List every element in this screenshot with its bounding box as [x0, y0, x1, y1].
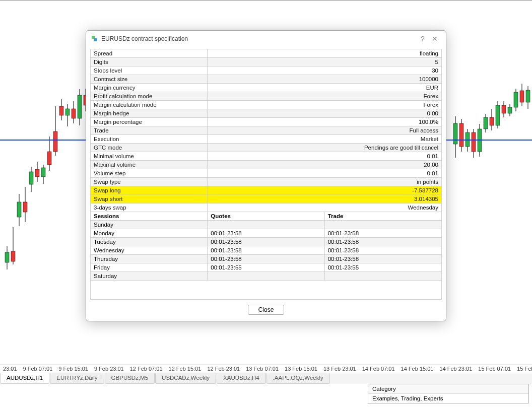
spec-label: Margin hedge [91, 109, 208, 118]
sessions-table: SessionsQuotesTradeSundayMonday00:01-23:… [90, 212, 442, 300]
spec-label: Contract size [91, 75, 208, 84]
navigator-panel[interactable]: Category Examples, Trading, Experts [368, 384, 529, 403]
spec-value: 5 [208, 58, 442, 66]
svg-rect-55 [94, 38, 97, 41]
svg-rect-51 [520, 91, 524, 102]
sessions-header-cell: Quotes [208, 212, 324, 221]
session-quotes: 00:01-23:58 [208, 246, 324, 255]
spec-value: Forex [208, 92, 442, 101]
spec-value: Pendings are good till cancel [208, 144, 442, 152]
session-day: Thursday [91, 255, 208, 263]
svg-rect-11 [35, 169, 39, 177]
spec-value: Full access [208, 126, 442, 135]
contract-specification-dialog: EURUSDz contract specification ? ✕ Sprea… [86, 30, 446, 321]
session-trade [324, 221, 441, 229]
spec-label: Maximal volume [91, 161, 208, 169]
svg-rect-15 [47, 152, 51, 165]
session-trade: 00:01-23:58 [324, 255, 441, 263]
spec-value: in points [208, 178, 442, 186]
session-day: Monday [91, 229, 208, 238]
spec-label: Minimal volume [91, 152, 208, 161]
chart-tab[interactable]: AUDUSDz,H1 [0, 373, 49, 384]
time-tick: 13 Feb 07:01 [243, 365, 282, 372]
spec-label: Digits [91, 58, 208, 66]
spec-value: -7.587728 [208, 186, 442, 195]
session-day: Wednesday [91, 246, 208, 255]
help-button[interactable]: ? [417, 35, 429, 43]
session-trade: 00:01-23:58 [324, 246, 441, 255]
svg-rect-7 [23, 202, 27, 212]
time-tick: 15 Feb 07:01 [475, 365, 514, 372]
close-button[interactable]: Close [248, 305, 285, 315]
time-tick: 14 Feb 15:01 [398, 365, 437, 372]
spec-value: 0.00 [208, 109, 442, 118]
spec-value: Wednesday [208, 203, 442, 212]
svg-rect-9 [29, 172, 33, 184]
chart-tab[interactable]: .AAPL.OQz,Weekly [267, 373, 330, 384]
session-day: Friday [91, 263, 208, 272]
svg-rect-3 [11, 251, 15, 261]
session-trade: 00:01-23:58 [324, 229, 441, 238]
time-tick: 13 Feb 15:01 [282, 365, 320, 372]
chart-tab[interactable]: EURTRYz,Daily [50, 373, 104, 384]
chart-tab[interactable]: GBPUSDz,M5 [105, 373, 155, 384]
spec-label: Stops level [91, 66, 208, 75]
spec-value: 0.01 [208, 169, 442, 178]
spec-value: EUR [208, 84, 442, 92]
svg-rect-43 [496, 105, 500, 125]
svg-rect-17 [53, 131, 57, 152]
spec-label: Margin currency [91, 84, 208, 92]
time-tick: 13 Feb 23:01 [320, 365, 359, 372]
time-tick: 14 Feb 23:01 [436, 365, 475, 372]
sessions-header-cell: Trade [324, 212, 441, 221]
spec-value: 100000 [208, 75, 442, 84]
spec-label: GTC mode [91, 144, 208, 152]
time-tick: 12 Feb 15:01 [166, 365, 205, 372]
spec-value: 30 [208, 66, 442, 75]
chart-tab[interactable]: XAUUSDz,H4 [217, 373, 266, 384]
spec-value: Market [208, 135, 442, 144]
spec-label: Margin percentage [91, 118, 208, 126]
session-day: Tuesday [91, 238, 208, 246]
time-tick: 12 Feb 07:01 [127, 365, 166, 372]
time-tick: 9 Feb 15:01 [55, 365, 91, 372]
spec-value: floating [208, 49, 442, 58]
time-tick: 14 Feb 07:01 [359, 365, 398, 372]
spec-value: 3.014305 [208, 195, 442, 203]
close-icon[interactable]: ✕ [429, 35, 441, 43]
spec-value: 0.01 [208, 152, 442, 161]
spec-label: Trade [91, 126, 208, 135]
sessions-header-cell: Sessions [91, 212, 208, 221]
svg-rect-31 [459, 123, 463, 147]
time-tick: 9 Feb 07:01 [20, 365, 56, 372]
spec-value: 100.0% [208, 118, 442, 126]
session-quotes: 00:01-23:58 [208, 238, 324, 246]
spec-label: Volume step [91, 169, 208, 178]
time-tick: 23:01 [0, 365, 20, 372]
svg-rect-19 [59, 106, 63, 115]
svg-rect-1 [5, 252, 9, 262]
svg-rect-41 [490, 117, 494, 125]
time-tick: 9 Feb 23:01 [91, 365, 127, 372]
svg-rect-5 [17, 202, 21, 217]
specification-table: SpreadfloatingDigits5Stops level30Contra… [90, 49, 442, 212]
spec-label: 3-days swap [91, 203, 208, 212]
svg-rect-13 [41, 168, 45, 177]
time-tick: 15 Feb 15:01 [514, 365, 532, 372]
app-icon [91, 35, 98, 42]
svg-rect-23 [72, 109, 76, 118]
svg-rect-25 [78, 95, 82, 118]
spec-label: Margin calculation mode [91, 101, 208, 109]
spec-label: Profit calculation mode [91, 92, 208, 101]
svg-rect-45 [502, 105, 506, 113]
spec-value: Forex [208, 101, 442, 109]
session-trade: 00:01-23:55 [324, 263, 441, 272]
svg-rect-39 [484, 117, 488, 129]
spec-label: Spread [91, 49, 208, 58]
navigator-item[interactable]: Examples, Trading, Experts [368, 394, 528, 403]
spec-label: Execution [91, 135, 208, 144]
session-quotes: 00:01-23:58 [208, 229, 324, 238]
session-quotes [208, 272, 324, 281]
chart-tab[interactable]: USDCADz,Weekly [155, 373, 216, 384]
session-trade: 00:01-23:58 [324, 238, 441, 246]
